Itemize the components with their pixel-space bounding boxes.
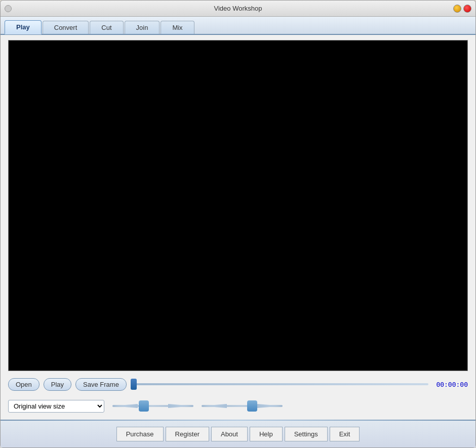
- tab-mix[interactable]: Mix: [161, 21, 194, 34]
- time-display: 00:00:00: [432, 381, 468, 388]
- footer: Purchase Register About Help Settings Ex…: [1, 421, 475, 447]
- tab-cut[interactable]: Cut: [90, 21, 123, 34]
- tab-convert[interactable]: Convert: [43, 21, 89, 34]
- controls-row-2: Original view size Fit to window 50% 75%…: [8, 397, 468, 415]
- seek-thumb[interactable]: [131, 379, 137, 390]
- about-button[interactable]: About: [211, 427, 248, 441]
- purchase-button[interactable]: Purchase: [116, 427, 164, 441]
- save-frame-button[interactable]: Save Frame: [75, 378, 127, 391]
- volume-slider[interactable]: [202, 402, 283, 410]
- register-button[interactable]: Register: [166, 427, 209, 441]
- tab-bar: Play Convert Cut Join Mix: [1, 17, 475, 35]
- seek-track[interactable]: [131, 383, 428, 385]
- seek-slider-container: [131, 379, 428, 389]
- slider-group-2: [202, 402, 283, 410]
- window-icon: [5, 5, 12, 12]
- open-button[interactable]: Open: [8, 378, 39, 391]
- title-bar-controls: [453, 5, 471, 13]
- speed-thumb[interactable]: [139, 400, 149, 412]
- video-display: [8, 40, 468, 371]
- settings-button[interactable]: Settings: [285, 427, 328, 441]
- main-window: Video Workshop Play Convert Cut Join Mix…: [0, 0, 476, 448]
- main-content: Open Play Save Frame 00:00:00 Original v…: [1, 35, 475, 420]
- tab-join[interactable]: Join: [125, 21, 160, 34]
- play-button[interactable]: Play: [44, 378, 71, 391]
- help-button[interactable]: Help: [250, 427, 283, 441]
- playback-speed-slider[interactable]: [112, 402, 193, 410]
- tab-play[interactable]: Play: [5, 20, 42, 34]
- view-size-select[interactable]: Original view size Fit to window 50% 75%…: [8, 400, 104, 413]
- close-button[interactable]: [463, 5, 471, 13]
- slider-group-1: [112, 402, 193, 410]
- minimize-button[interactable]: [453, 5, 461, 13]
- window-title: Video Workshop: [214, 5, 262, 12]
- title-bar: Video Workshop: [1, 1, 475, 17]
- volume-thumb[interactable]: [247, 400, 257, 412]
- title-bar-left: [5, 5, 14, 12]
- exit-button[interactable]: Exit: [330, 427, 360, 441]
- controls-row-1: Open Play Save Frame 00:00:00: [8, 375, 468, 393]
